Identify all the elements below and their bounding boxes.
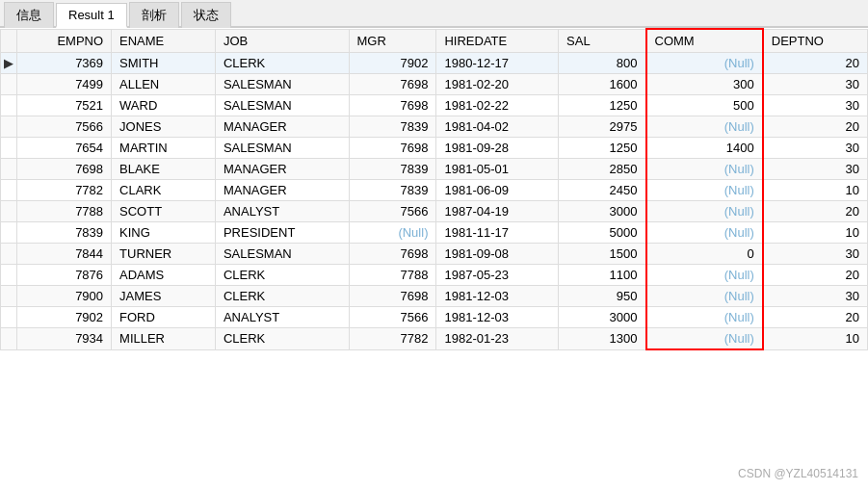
header-row: EMPNOENAMEJOBMGRHIREDATESALCOMMDEPTNO [1, 29, 868, 53]
row-indicator [1, 286, 17, 307]
tab-剖析[interactable]: 剖析 [129, 2, 179, 28]
cell-comm: (Null) [646, 159, 763, 180]
cell-sal: 1100 [559, 265, 646, 286]
row-indicator [1, 116, 17, 138]
cell-sal: 3000 [559, 201, 646, 222]
cell-hiredate: 1987-05-23 [436, 265, 559, 286]
cell-empno: 7369 [17, 53, 112, 74]
cell-empno: 7934 [17, 328, 112, 350]
cell-mgr: 7566 [349, 307, 436, 328]
table-row[interactable]: ▶7369SMITHCLERK79021980-12-17800(Null)20 [1, 53, 868, 74]
table-row[interactable]: 7844TURNERSALESMAN76981981-09-081500030 [1, 244, 868, 265]
cell-empno: 7839 [17, 222, 112, 244]
data-table: EMPNOENAMEJOBMGRHIREDATESALCOMMDEPTNO ▶7… [0, 28, 868, 350]
cell-comm: (Null) [646, 286, 763, 307]
cell-deptno: 20 [763, 307, 868, 328]
cell-comm: (Null) [646, 53, 763, 74]
cell-ename: ALLEN [112, 74, 216, 95]
row-indicator [1, 222, 17, 244]
table-body: ▶7369SMITHCLERK79021980-12-17800(Null)20… [1, 53, 868, 350]
table-row[interactable]: 7782CLARKMANAGER78391981-06-092450(Null)… [1, 180, 868, 201]
row-indicator [1, 201, 17, 222]
cell-empno: 7499 [17, 74, 112, 95]
cell-mgr: 7902 [349, 53, 436, 74]
cell-deptno: 10 [763, 222, 868, 244]
table-row[interactable]: 7566JONESMANAGER78391981-04-022975(Null)… [1, 116, 868, 138]
cell-empno: 7654 [17, 138, 112, 159]
cell-empno: 7698 [17, 159, 112, 180]
cell-deptno: 30 [763, 138, 868, 159]
table-row[interactable]: 7521WARDSALESMAN76981981-02-22125050030 [1, 95, 868, 116]
cell-empno: 7900 [17, 286, 112, 307]
cell-deptno: 20 [763, 265, 868, 286]
watermark: CSDN @YZL40514131 [738, 467, 858, 480]
cell-hiredate: 1981-05-01 [436, 159, 559, 180]
table-row[interactable]: 7876ADAMSCLERK77881987-05-231100(Null)20 [1, 265, 868, 286]
cell-sal: 1300 [559, 328, 646, 350]
row-indicator [1, 159, 17, 180]
cell-hiredate: 1981-02-22 [436, 95, 559, 116]
col-header-SAL: SAL [559, 29, 646, 53]
row-indicator [1, 180, 17, 201]
cell-mgr: 7839 [349, 116, 436, 138]
row-indicator [1, 244, 17, 265]
table-row[interactable]: 7934MILLERCLERK77821982-01-231300(Null)1… [1, 328, 868, 350]
cell-ename: SMITH [112, 53, 216, 74]
cell-deptno: 30 [763, 159, 868, 180]
cell-empno: 7902 [17, 307, 112, 328]
cell-deptno: 30 [763, 286, 868, 307]
cell-job: SALESMAN [215, 244, 349, 265]
cell-mgr: 7782 [349, 328, 436, 350]
tab-Result 1[interactable]: Result 1 [56, 3, 127, 28]
cell-hiredate: 1981-12-03 [436, 307, 559, 328]
cell-deptno: 20 [763, 201, 868, 222]
cell-sal: 2450 [559, 180, 646, 201]
table-row[interactable]: 7698BLAKEMANAGER78391981-05-012850(Null)… [1, 159, 868, 180]
cell-sal: 1250 [559, 138, 646, 159]
cell-sal: 5000 [559, 222, 646, 244]
cell-sal: 3000 [559, 307, 646, 328]
table-row[interactable]: 7499ALLENSALESMAN76981981-02-20160030030 [1, 74, 868, 95]
cell-ename: WARD [112, 95, 216, 116]
row-indicator [1, 95, 17, 116]
cell-job: SALESMAN [215, 95, 349, 116]
cell-job: CLERK [215, 53, 349, 74]
table-row[interactable]: 7902FORDANALYST75661981-12-033000(Null)2… [1, 307, 868, 328]
cell-ename: ADAMS [112, 265, 216, 286]
cell-job: SALESMAN [215, 74, 349, 95]
table-container: EMPNOENAMEJOBMGRHIREDATESALCOMMDEPTNO ▶7… [0, 28, 868, 487]
cell-job: CLERK [215, 328, 349, 350]
cell-hiredate: 1981-09-28 [436, 138, 559, 159]
tab-信息[interactable]: 信息 [4, 2, 54, 28]
cell-mgr: (Null) [349, 222, 436, 244]
cell-ename: JAMES [112, 286, 216, 307]
cell-hiredate: 1987-04-19 [436, 201, 559, 222]
cell-hiredate: 1981-09-08 [436, 244, 559, 265]
table-row[interactable]: 7839KINGPRESIDENT(Null)1981-11-175000(Nu… [1, 222, 868, 244]
cell-ename: TURNER [112, 244, 216, 265]
cell-mgr: 7698 [349, 74, 436, 95]
cell-comm: (Null) [646, 116, 763, 138]
table-row[interactable]: 7900JAMESCLERK76981981-12-03950(Null)30 [1, 286, 868, 307]
table-row[interactable]: 7654MARTINSALESMAN76981981-09-2812501400… [1, 138, 868, 159]
cell-comm: 1400 [646, 138, 763, 159]
cell-ename: CLARK [112, 180, 216, 201]
cell-job: SALESMAN [215, 138, 349, 159]
col-header-MGR: MGR [349, 29, 436, 53]
cell-comm: 300 [646, 74, 763, 95]
cell-job: MANAGER [215, 180, 349, 201]
cell-comm: 0 [646, 244, 763, 265]
cell-job: CLERK [215, 265, 349, 286]
cell-job: MANAGER [215, 116, 349, 138]
cell-mgr: 7788 [349, 265, 436, 286]
cell-deptno: 30 [763, 95, 868, 116]
row-indicator [1, 138, 17, 159]
tab-状态[interactable]: 状态 [181, 2, 231, 28]
cell-deptno: 20 [763, 116, 868, 138]
cell-ename: BLAKE [112, 159, 216, 180]
cell-mgr: 7698 [349, 95, 436, 116]
table-row[interactable]: 7788SCOTTANALYST75661987-04-193000(Null)… [1, 201, 868, 222]
cell-ename: MILLER [112, 328, 216, 350]
cell-job: CLERK [215, 286, 349, 307]
cell-hiredate: 1981-06-09 [436, 180, 559, 201]
